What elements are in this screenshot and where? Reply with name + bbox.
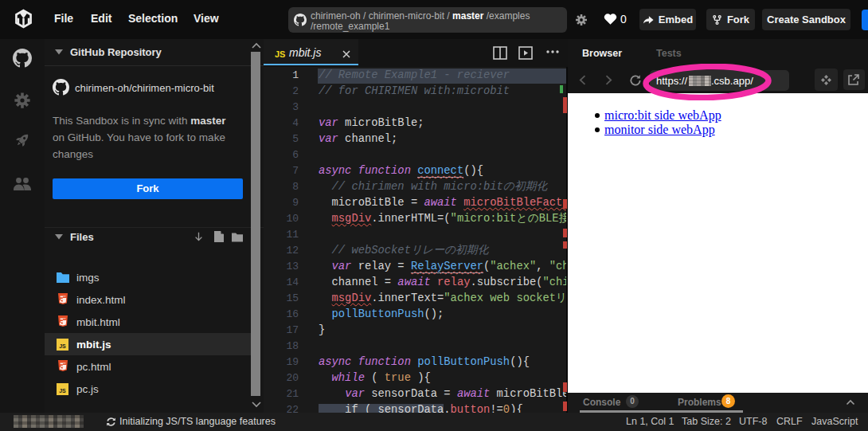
svg-text:JS: JS — [59, 343, 66, 349]
svg-text:JS: JS — [59, 388, 66, 394]
